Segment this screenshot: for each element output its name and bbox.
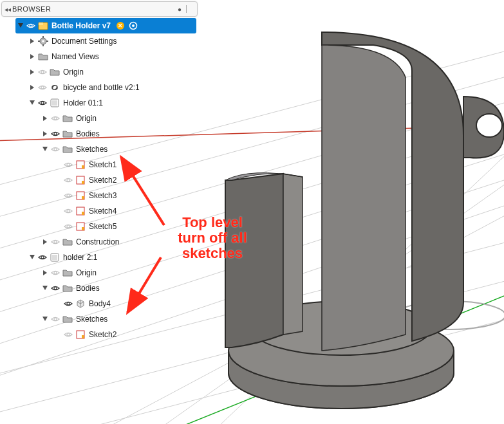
sketch-icon xyxy=(75,205,86,217)
visibility-toggle[interactable] xyxy=(26,21,36,31)
browser-panel[interactable]: ◂◂ BROWSER ● Bottle Holder v7 xyxy=(1,1,198,342)
svg-point-51 xyxy=(54,148,57,151)
tree-row-sketch[interactable]: Sketch3 xyxy=(3,188,196,203)
visibility-toggle[interactable] xyxy=(63,160,73,170)
expand-toggle[interactable] xyxy=(41,238,49,246)
expand-toggle[interactable] xyxy=(28,53,36,60)
browser-tree[interactable]: Bottle Holder v7 ✕ Document Settings xyxy=(1,18,198,342)
svg-point-79 xyxy=(54,318,57,320)
expand-toggle[interactable] xyxy=(41,145,49,153)
visibility-toggle[interactable] xyxy=(63,190,73,201)
expand-toggle[interactable] xyxy=(41,315,49,323)
tree-row-construction[interactable]: Construction xyxy=(3,234,196,250)
target-icon[interactable] xyxy=(127,20,139,32)
tree-row-holder2-origin[interactable]: Origin xyxy=(3,265,196,281)
tree-row-document-settings[interactable]: Document Settings xyxy=(3,33,196,49)
visibility-toggle[interactable] xyxy=(63,221,73,232)
folder-icon xyxy=(62,128,73,140)
folder-icon xyxy=(62,313,73,325)
node-label: Document Settings xyxy=(50,37,117,46)
folder-icon xyxy=(62,267,73,279)
warning-icon[interactable]: ✕ xyxy=(115,20,126,32)
component-icon xyxy=(49,252,61,263)
tree-row-sketch[interactable]: Sketch4 xyxy=(3,203,196,219)
visibility-toggle[interactable] xyxy=(63,175,73,185)
tree-row-holder2-sketches[interactable]: Sketches xyxy=(3,311,196,327)
settings-dot-icon[interactable]: ● xyxy=(176,5,183,13)
sketch-icon xyxy=(75,329,86,340)
visibility-toggle[interactable] xyxy=(50,314,61,324)
svg-marker-37 xyxy=(30,54,34,59)
folder-icon xyxy=(37,51,49,62)
expand-toggle[interactable] xyxy=(41,269,49,277)
expand-toggle[interactable] xyxy=(28,99,36,107)
visibility-toggle[interactable] xyxy=(50,113,61,124)
tree-row-sketch[interactable]: Sketch5 xyxy=(3,219,196,234)
expand-toggle[interactable] xyxy=(28,37,36,45)
rewind-icon[interactable]: ◂◂ xyxy=(3,6,12,13)
tree-row-sketch[interactable]: Sketch1 xyxy=(3,157,196,172)
visibility-toggle[interactable] xyxy=(50,237,61,247)
tree-row-sketch[interactable]: Sketch2 xyxy=(3,172,196,188)
tree-row-holder2[interactable]: holder 2:1 xyxy=(3,250,196,265)
browser-header[interactable]: ◂◂ BROWSER ● xyxy=(1,1,198,17)
link-icon xyxy=(49,82,61,93)
visibility-toggle[interactable] xyxy=(37,98,48,108)
node-label: Bodies xyxy=(75,284,100,293)
svg-point-76 xyxy=(54,287,57,290)
node-label: Origin xyxy=(75,268,97,277)
folder-icon xyxy=(62,282,73,294)
tree-row-body[interactable]: Body4 xyxy=(3,296,196,311)
visibility-toggle[interactable] xyxy=(50,283,61,293)
node-label: Sketches xyxy=(75,315,107,324)
tree-row-holder1-origin[interactable]: Origin xyxy=(3,111,196,126)
svg-marker-30 xyxy=(30,39,34,44)
tree-row-holder1[interactable]: Holder 01:1 xyxy=(3,95,196,111)
expand-toggle[interactable] xyxy=(41,130,49,138)
node-label: Origin xyxy=(62,68,84,77)
expand-toggle[interactable] xyxy=(28,68,36,76)
svg-rect-72 xyxy=(52,255,57,260)
svg-rect-63 xyxy=(82,212,84,215)
component-icon xyxy=(37,20,49,32)
visibility-toggle[interactable] xyxy=(37,82,48,93)
svg-point-39 xyxy=(41,71,44,73)
tree-row-holder2-bodies[interactable]: Bodies xyxy=(3,281,196,296)
tree-row-holder1-sketches[interactable]: Sketches xyxy=(3,142,196,157)
node-label: Bodies xyxy=(75,129,100,138)
node-label: Sketches xyxy=(75,145,107,154)
svg-point-32 xyxy=(42,40,44,42)
svg-marker-78 xyxy=(42,317,48,321)
tree-row-sketch[interactable]: Sketch2 xyxy=(3,327,196,342)
body-icon xyxy=(75,298,86,309)
visibility-toggle[interactable] xyxy=(50,144,61,154)
tree-row-root[interactable]: Bottle Holder v7 ✕ xyxy=(3,18,196,33)
visibility-toggle[interactable] xyxy=(37,67,48,77)
visibility-toggle[interactable] xyxy=(37,252,48,263)
expand-toggle[interactable] xyxy=(41,284,49,292)
node-label: Sketch3 xyxy=(88,191,117,200)
visibility-toggle[interactable] xyxy=(63,206,73,216)
expand-toggle[interactable] xyxy=(28,253,36,261)
tree-row-linked[interactable]: bicycle and bottle v2:1 xyxy=(3,80,196,95)
node-label: Named Views xyxy=(50,52,99,61)
folder-icon xyxy=(62,113,73,124)
expand-toggle[interactable] xyxy=(41,115,49,122)
visibility-toggle[interactable] xyxy=(50,268,61,278)
svg-marker-42 xyxy=(30,100,35,105)
node-label: Holder 01:1 xyxy=(62,98,103,107)
visibility-toggle[interactable] xyxy=(50,129,61,139)
visibility-toggle[interactable] xyxy=(63,299,73,309)
node-label: Sketch5 xyxy=(88,222,117,231)
tree-row-named-views[interactable]: Named Views xyxy=(3,49,196,64)
node-label: bicycle and bottle v2:1 xyxy=(62,83,140,92)
settings-bar-icon[interactable] xyxy=(186,5,194,13)
visibility-toggle[interactable] xyxy=(63,329,73,340)
expand-toggle[interactable] xyxy=(17,22,24,30)
tree-row-holder1-bodies[interactable]: Bodies xyxy=(3,126,196,142)
tree-row-origin[interactable]: Origin xyxy=(3,64,196,80)
svg-rect-54 xyxy=(82,165,84,169)
node-label: Origin xyxy=(75,114,97,123)
svg-rect-45 xyxy=(52,100,57,106)
expand-toggle[interactable] xyxy=(28,84,36,91)
